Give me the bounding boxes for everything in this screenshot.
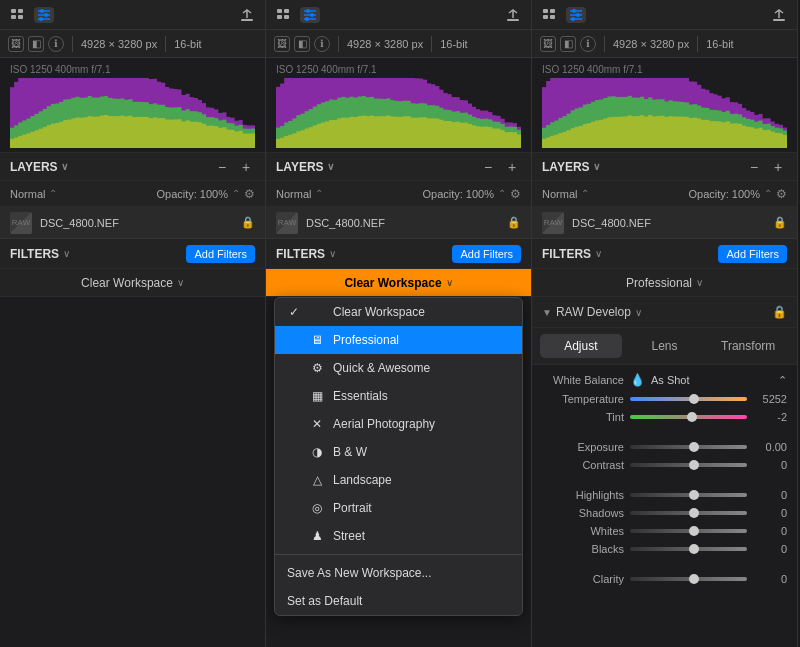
bitdepth-label-1: 16-bit xyxy=(174,38,202,50)
clarity-value: 0 xyxy=(753,573,787,585)
wb-eyedropper[interactable]: 💧 xyxy=(630,373,645,387)
temperature-value: 5252 xyxy=(753,393,787,405)
blend-mode-1[interactable]: Normal ⌃ xyxy=(10,188,57,200)
tint-slider[interactable] xyxy=(630,415,747,419)
exposure-row: Exposure 0.00 xyxy=(542,441,787,453)
layers-minus-btn-2[interactable]: − xyxy=(479,158,497,176)
upload-icon[interactable] xyxy=(237,7,257,23)
exposure-slider[interactable] xyxy=(630,445,747,449)
grid-icon-2[interactable] xyxy=(274,7,294,23)
menu-item-portrait-label: Portrait xyxy=(333,501,372,515)
tab-transform[interactable]: Transform xyxy=(707,334,789,358)
menu-item-landscape[interactable]: △ Landscape xyxy=(275,466,522,494)
whites-slider[interactable] xyxy=(630,529,747,533)
highlights-label: Highlights xyxy=(542,489,624,501)
gear-icon-2[interactable]: ⚙ xyxy=(510,187,521,201)
gear-icon-3[interactable]: ⚙ xyxy=(776,187,787,201)
add-filters-btn-1[interactable]: Add Filters xyxy=(186,245,255,263)
layer-item-1[interactable]: RAW DSC_4800.NEF 🔒 xyxy=(0,207,265,239)
contrast-slider[interactable] xyxy=(630,463,747,467)
lock-icon-1: 🔒 xyxy=(241,216,255,229)
blend-mode-2[interactable]: Normal ⌃ xyxy=(276,188,323,200)
raw-lock-icon: 🔒 xyxy=(772,305,787,319)
lock-icon-3: 🔒 xyxy=(773,216,787,229)
menu-item-professional[interactable]: 🖥 Professional xyxy=(275,326,522,354)
blacks-slider[interactable] xyxy=(630,547,747,551)
workspace-label-2: Clear Workspace xyxy=(344,276,441,290)
add-filters-btn-3[interactable]: Add Filters xyxy=(718,245,787,263)
wb-dropdown-btn[interactable]: ⌃ xyxy=(778,374,787,387)
opacity-control-3[interactable]: Opacity: 100% ⌃ ⚙ xyxy=(688,187,787,201)
divider-3b xyxy=(697,36,698,52)
menu-item-clear[interactable]: ✓ Clear Workspace xyxy=(275,298,522,326)
highlights-slider[interactable] xyxy=(630,493,747,497)
temperature-label: Temperature xyxy=(542,393,624,405)
svg-rect-13 xyxy=(277,15,282,19)
opacity-control-1[interactable]: Opacity: 100% ⌃ ⚙ xyxy=(156,187,255,201)
tint-row: Tint -2 xyxy=(542,411,787,423)
highlights-thumb[interactable] xyxy=(689,490,699,500)
contrast-label: Contrast xyxy=(542,459,624,471)
add-filters-btn-2[interactable]: Add Filters xyxy=(452,245,521,263)
layers-plus-btn-2[interactable]: + xyxy=(503,158,521,176)
toolbar-3 xyxy=(532,0,797,30)
layers-plus-btn[interactable]: + xyxy=(237,158,255,176)
menu-item-essentials[interactable]: ▦ Essentials xyxy=(275,382,522,410)
blacks-thumb[interactable] xyxy=(689,544,699,554)
workspace-bar-1[interactable]: Clear Workspace ∨ xyxy=(0,269,265,297)
menu-item-quick[interactable]: ⚙ Quick & Awesome xyxy=(275,354,522,382)
layers-icon-small-3: ◧ xyxy=(560,36,576,52)
sliders-icon-2[interactable] xyxy=(300,7,320,23)
menu-item-portrait[interactable]: ◎ Portrait xyxy=(275,494,522,522)
shadows-thumb[interactable] xyxy=(689,508,699,518)
temperature-thumb[interactable] xyxy=(689,394,699,404)
tab-lens[interactable]: Lens xyxy=(624,334,706,358)
lock-icon-2: 🔒 xyxy=(507,216,521,229)
sliders-icon[interactable] xyxy=(34,7,54,23)
contrast-thumb[interactable] xyxy=(689,460,699,470)
menu-item-set-default[interactable]: Set as Default xyxy=(275,587,522,615)
tint-thumb[interactable] xyxy=(687,412,697,422)
workspace-bar-2[interactable]: Clear Workspace ∨ xyxy=(266,269,531,297)
bitdepth-label-2: 16-bit xyxy=(440,38,468,50)
opacity-control-2[interactable]: Opacity: 100% ⌃ ⚙ xyxy=(422,187,521,201)
layers-minus-btn[interactable]: − xyxy=(213,158,231,176)
svg-point-8 xyxy=(44,13,48,17)
sliders-icon-3[interactable] xyxy=(566,7,586,23)
layer-item-2[interactable]: RAW DSC_4800.NEF 🔒 xyxy=(266,207,531,239)
layers-header-1: LAYERS ∨ − + xyxy=(0,153,265,181)
svg-point-20 xyxy=(305,17,309,21)
tab-adjust[interactable]: Adjust xyxy=(540,334,622,358)
raw-develop-title: ▼ RAW Develop ∨ xyxy=(542,305,642,319)
upload-icon-3[interactable] xyxy=(769,7,789,23)
svg-rect-25 xyxy=(550,15,555,19)
layer-item-3[interactable]: RAW DSC_4800.NEF 🔒 xyxy=(532,207,797,239)
tint-value: -2 xyxy=(753,411,787,423)
clarity-slider[interactable] xyxy=(630,577,747,581)
info-icons-2: 🖼 ◧ ℹ xyxy=(274,36,330,52)
whites-thumb[interactable] xyxy=(689,526,699,536)
grid-icon-3[interactable] xyxy=(540,7,560,23)
blend-mode-3[interactable]: Normal ⌃ xyxy=(542,188,589,200)
clarity-thumb[interactable] xyxy=(689,574,699,584)
exposure-thumb[interactable] xyxy=(689,442,699,452)
menu-item-save-workspace[interactable]: Save As New Workspace... xyxy=(275,559,522,587)
upload-icon-2[interactable] xyxy=(503,7,523,23)
menu-item-aerial[interactable]: ✕ Aerial Photography xyxy=(275,410,522,438)
workspace-bar-3[interactable]: Professional ∨ xyxy=(532,269,797,297)
svg-rect-12 xyxy=(284,9,289,13)
gear-icon-1[interactable]: ⚙ xyxy=(244,187,255,201)
bitdepth-label-3: 16-bit xyxy=(706,38,734,50)
menu-item-street[interactable]: ♟ Street xyxy=(275,522,522,550)
toolbar-1 xyxy=(0,0,265,30)
grid-icon[interactable] xyxy=(8,7,28,23)
layers-plus-btn-3[interactable]: + xyxy=(769,158,787,176)
image-icon-2: 🖼 xyxy=(274,36,290,52)
hist-meta-1: ISO 1250 400mm f/7.1 xyxy=(10,64,255,75)
shadows-slider[interactable] xyxy=(630,511,747,515)
menu-item-bw[interactable]: ◑ B & W xyxy=(275,438,522,466)
temperature-slider[interactable] xyxy=(630,397,747,401)
layers-minus-btn-3[interactable]: − xyxy=(745,158,763,176)
clarity-row: Clarity 0 xyxy=(542,573,787,585)
whites-value: 0 xyxy=(753,525,787,537)
